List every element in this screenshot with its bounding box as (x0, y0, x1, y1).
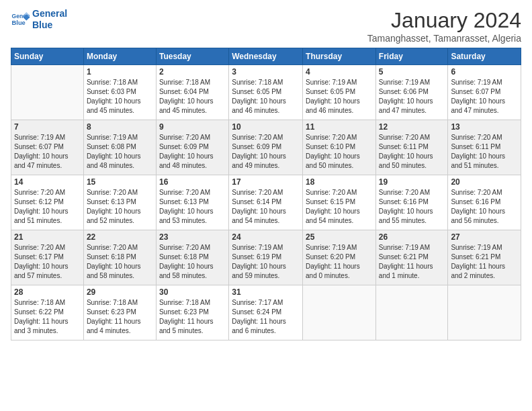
calendar-week-row: 28Sunrise: 7:18 AM Sunset: 6:22 PM Dayli… (11, 285, 521, 340)
calendar-cell: 9Sunrise: 7:20 AM Sunset: 6:09 PM Daylig… (156, 120, 228, 175)
calendar-cell (11, 65, 84, 120)
calendar-cell: 12Sunrise: 7:20 AM Sunset: 6:11 PM Dayli… (375, 120, 448, 175)
calendar-cell: 13Sunrise: 7:20 AM Sunset: 6:11 PM Dayli… (448, 120, 521, 175)
weekday-header-monday: Monday (83, 48, 156, 65)
calendar-cell: 20Sunrise: 7:20 AM Sunset: 6:16 PM Dayli… (448, 175, 521, 230)
day-info: Sunrise: 7:19 AM Sunset: 6:07 PM Dayligh… (451, 78, 518, 116)
calendar-cell: 7Sunrise: 7:19 AM Sunset: 6:07 PM Daylig… (11, 120, 84, 175)
calendar-cell: 24Sunrise: 7:19 AM Sunset: 6:19 PM Dayli… (229, 230, 303, 285)
day-number: 6 (451, 67, 518, 77)
calendar-cell: 11Sunrise: 7:20 AM Sunset: 6:10 PM Dayli… (303, 120, 376, 175)
calendar-cell (448, 285, 521, 340)
weekday-header-friday: Friday (375, 48, 448, 65)
day-info: Sunrise: 7:20 AM Sunset: 6:12 PM Dayligh… (14, 188, 81, 226)
calendar-cell: 31Sunrise: 7:17 AM Sunset: 6:24 PM Dayli… (229, 285, 303, 340)
day-info: Sunrise: 7:19 AM Sunset: 6:05 PM Dayligh… (306, 78, 373, 116)
day-number: 17 (232, 177, 300, 187)
day-info: Sunrise: 7:20 AM Sunset: 6:09 PM Dayligh… (232, 133, 300, 171)
day-info: Sunrise: 7:20 AM Sunset: 6:15 PM Dayligh… (306, 188, 373, 226)
day-info: Sunrise: 7:20 AM Sunset: 6:18 PM Dayligh… (87, 243, 153, 281)
day-number: 26 (379, 232, 445, 242)
day-info: Sunrise: 7:20 AM Sunset: 6:13 PM Dayligh… (87, 188, 153, 226)
day-info: Sunrise: 7:20 AM Sunset: 6:16 PM Dayligh… (451, 188, 518, 226)
day-number: 20 (451, 177, 518, 187)
day-info: Sunrise: 7:20 AM Sunset: 6:11 PM Dayligh… (451, 133, 518, 171)
calendar-week-row: 21Sunrise: 7:20 AM Sunset: 6:17 PM Dayli… (11, 230, 521, 285)
day-number: 14 (14, 177, 81, 187)
day-number: 18 (306, 177, 373, 187)
calendar-cell: 26Sunrise: 7:19 AM Sunset: 6:21 PM Dayli… (375, 230, 448, 285)
day-number: 10 (232, 122, 300, 132)
day-info: Sunrise: 7:18 AM Sunset: 6:22 PM Dayligh… (14, 298, 81, 336)
day-number: 11 (306, 122, 373, 132)
calendar-cell: 25Sunrise: 7:19 AM Sunset: 6:20 PM Dayli… (303, 230, 376, 285)
day-number: 3 (232, 67, 300, 77)
location: Tamanghasset, Tamanrasset, Algeria (367, 33, 521, 44)
weekday-header-wednesday: Wednesday (229, 48, 303, 65)
calendar-page: General Blue General Blue January 2024 T… (0, 0, 532, 411)
calendar-cell: 2Sunrise: 7:18 AM Sunset: 6:04 PM Daylig… (156, 65, 228, 120)
weekday-header-saturday: Saturday (448, 48, 521, 65)
calendar-week-row: 14Sunrise: 7:20 AM Sunset: 6:12 PM Dayli… (11, 175, 521, 230)
day-number: 9 (159, 122, 226, 132)
calendar-cell: 27Sunrise: 7:19 AM Sunset: 6:21 PM Dayli… (448, 230, 521, 285)
day-number: 8 (87, 122, 153, 132)
day-info: Sunrise: 7:20 AM Sunset: 6:14 PM Dayligh… (232, 188, 300, 226)
day-info: Sunrise: 7:20 AM Sunset: 6:11 PM Dayligh… (379, 133, 445, 171)
svg-text:Blue: Blue (12, 19, 26, 26)
calendar-cell: 10Sunrise: 7:20 AM Sunset: 6:09 PM Dayli… (229, 120, 303, 175)
day-info: Sunrise: 7:20 AM Sunset: 6:13 PM Dayligh… (159, 188, 226, 226)
day-number: 13 (451, 122, 518, 132)
day-info: Sunrise: 7:18 AM Sunset: 6:05 PM Dayligh… (232, 78, 300, 116)
day-info: Sunrise: 7:19 AM Sunset: 6:20 PM Dayligh… (306, 243, 373, 281)
day-number: 28 (14, 287, 81, 297)
day-info: Sunrise: 7:19 AM Sunset: 6:08 PM Dayligh… (87, 133, 153, 171)
page-header: General Blue General Blue January 2024 T… (11, 8, 521, 44)
calendar-table: SundayMondayTuesdayWednesdayThursdayFrid… (11, 48, 521, 340)
calendar-cell: 14Sunrise: 7:20 AM Sunset: 6:12 PM Dayli… (11, 175, 84, 230)
calendar-cell: 18Sunrise: 7:20 AM Sunset: 6:15 PM Dayli… (303, 175, 376, 230)
day-number: 21 (14, 232, 81, 242)
title-block: January 2024 Tamanghasset, Tamanrasset, … (367, 8, 521, 44)
weekday-header-sunday: Sunday (11, 48, 84, 65)
day-number: 31 (232, 287, 300, 297)
day-info: Sunrise: 7:19 AM Sunset: 6:19 PM Dayligh… (232, 243, 300, 281)
calendar-cell: 5Sunrise: 7:19 AM Sunset: 6:06 PM Daylig… (375, 65, 448, 120)
calendar-cell: 17Sunrise: 7:20 AM Sunset: 6:14 PM Dayli… (229, 175, 303, 230)
day-info: Sunrise: 7:19 AM Sunset: 6:07 PM Dayligh… (14, 133, 81, 171)
calendar-cell: 22Sunrise: 7:20 AM Sunset: 6:18 PM Dayli… (83, 230, 156, 285)
day-info: Sunrise: 7:20 AM Sunset: 6:18 PM Dayligh… (159, 243, 226, 281)
day-number: 29 (87, 287, 153, 297)
calendar-week-row: 1Sunrise: 7:18 AM Sunset: 6:03 PM Daylig… (11, 65, 521, 120)
day-info: Sunrise: 7:18 AM Sunset: 6:23 PM Dayligh… (159, 298, 226, 336)
day-info: Sunrise: 7:18 AM Sunset: 6:03 PM Dayligh… (87, 78, 153, 116)
day-number: 7 (14, 122, 81, 132)
calendar-cell: 4Sunrise: 7:19 AM Sunset: 6:05 PM Daylig… (303, 65, 376, 120)
day-number: 25 (306, 232, 373, 242)
calendar-cell: 15Sunrise: 7:20 AM Sunset: 6:13 PM Dayli… (83, 175, 156, 230)
day-number: 4 (306, 67, 373, 77)
calendar-cell: 29Sunrise: 7:18 AM Sunset: 6:23 PM Dayli… (83, 285, 156, 340)
calendar-cell: 8Sunrise: 7:19 AM Sunset: 6:08 PM Daylig… (83, 120, 156, 175)
day-number: 24 (232, 232, 300, 242)
day-number: 30 (159, 287, 226, 297)
logo-text: General Blue (32, 8, 67, 31)
day-info: Sunrise: 7:17 AM Sunset: 6:24 PM Dayligh… (232, 298, 300, 336)
day-info: Sunrise: 7:18 AM Sunset: 6:04 PM Dayligh… (159, 78, 226, 116)
day-info: Sunrise: 7:19 AM Sunset: 6:21 PM Dayligh… (379, 243, 445, 281)
day-info: Sunrise: 7:19 AM Sunset: 6:06 PM Dayligh… (379, 78, 445, 116)
logo: General Blue General Blue (11, 8, 67, 31)
day-number: 23 (159, 232, 226, 242)
weekday-header-thursday: Thursday (303, 48, 376, 65)
day-info: Sunrise: 7:20 AM Sunset: 6:17 PM Dayligh… (14, 243, 81, 281)
calendar-cell: 1Sunrise: 7:18 AM Sunset: 6:03 PM Daylig… (83, 65, 156, 120)
day-number: 15 (87, 177, 153, 187)
calendar-cell: 21Sunrise: 7:20 AM Sunset: 6:17 PM Dayli… (11, 230, 84, 285)
logo-icon: General Blue (11, 10, 30, 29)
month-title: January 2024 (367, 8, 521, 33)
day-info: Sunrise: 7:20 AM Sunset: 6:10 PM Dayligh… (306, 133, 373, 171)
day-number: 22 (87, 232, 153, 242)
day-number: 1 (87, 67, 153, 77)
day-info: Sunrise: 7:19 AM Sunset: 6:21 PM Dayligh… (451, 243, 518, 281)
calendar-cell: 19Sunrise: 7:20 AM Sunset: 6:16 PM Dayli… (375, 175, 448, 230)
